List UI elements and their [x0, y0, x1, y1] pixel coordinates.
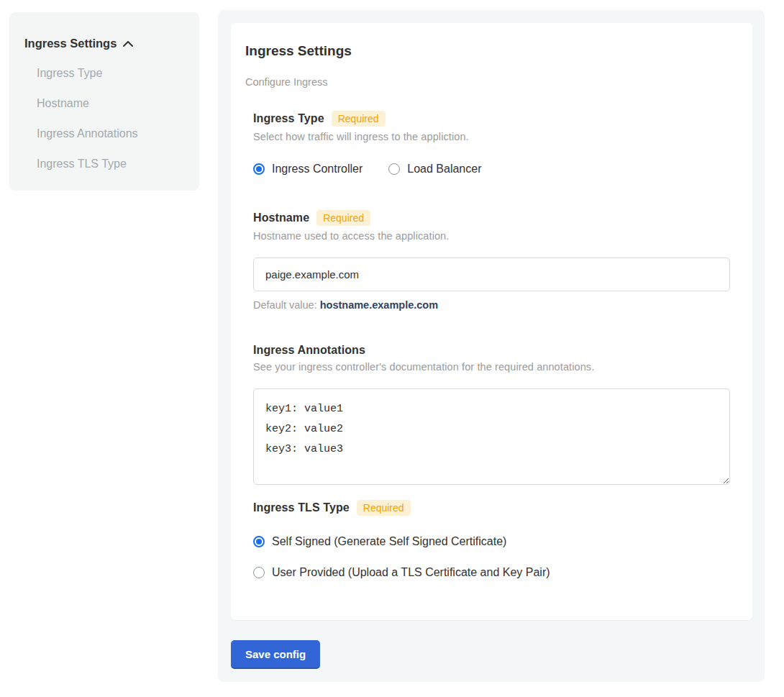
- required-badge: Required: [332, 111, 386, 127]
- ingress-annotations-label: Ingress Annotations: [253, 344, 365, 357]
- sidebar-item-hostname[interactable]: Hostname: [24, 88, 185, 119]
- chevron-up-icon: [122, 40, 134, 48]
- radio-user-provided[interactable]: [253, 567, 265, 578]
- field-ingress-type: Ingress Type Required Select how traffic…: [253, 111, 731, 176]
- radio-option-ingress-controller[interactable]: Ingress Controller: [253, 163, 363, 176]
- field-hostname: Hostname Required Hostname used to acces…: [253, 210, 731, 344]
- ingress-annotations-textarea[interactable]: key1: value1 key2: value2 key3: value3: [253, 388, 730, 485]
- ingress-type-help: Select how traffic will ingress to the a…: [253, 131, 731, 142]
- field-ingress-tls-type: Ingress TLS Type Required Self Signed (G…: [253, 500, 731, 579]
- ingress-settings-card: Ingress Settings Configure Ingress Ingre…: [231, 23, 752, 620]
- radio-label: Ingress Controller: [272, 163, 363, 176]
- radio-label: Self Signed (Generate Self Signed Certif…: [272, 535, 506, 548]
- ingress-type-label: Ingress Type: [253, 112, 324, 125]
- sidebar-item-ingress-annotations[interactable]: Ingress Annotations: [24, 119, 185, 149]
- field-ingress-annotations: Ingress Annotations See your ingress con…: [253, 344, 731, 500]
- radio-load-balancer[interactable]: [388, 163, 400, 175]
- config-nav-sidebar: Ingress Settings Ingress Type Hostname I…: [9, 12, 199, 191]
- hostname-help: Hostname used to access the application.: [253, 230, 731, 242]
- ingress-tls-type-label: Ingress TLS Type: [253, 501, 350, 514]
- radio-label: User Provided (Upload a TLS Certificate …: [272, 566, 550, 579]
- ingress-tls-type-radio-group: Self Signed (Generate Self Signed Certif…: [253, 535, 731, 579]
- radio-ingress-controller[interactable]: [253, 163, 265, 175]
- radio-self-signed[interactable]: [253, 536, 265, 547]
- sidebar-group-title: Ingress Settings: [24, 37, 117, 50]
- radio-option-load-balancer[interactable]: Load Balancer: [388, 163, 481, 176]
- page-title: Ingress Settings: [245, 43, 731, 59]
- required-badge: Required: [357, 500, 411, 516]
- hostname-label: Hostname: [253, 211, 309, 224]
- hostname-input[interactable]: [253, 258, 730, 291]
- default-value-prefix: Default value:: [253, 299, 317, 311]
- page-subtitle: Configure Ingress: [245, 76, 731, 88]
- radio-option-user-provided[interactable]: User Provided (Upload a TLS Certificate …: [253, 566, 731, 579]
- config-panel: Ingress Settings Configure Ingress Ingre…: [218, 10, 765, 682]
- sidebar-item-ingress-type[interactable]: Ingress Type: [24, 58, 185, 88]
- sidebar-item-ingress-tls-type[interactable]: Ingress TLS Type: [24, 149, 185, 179]
- required-badge: Required: [316, 210, 370, 226]
- save-config-button[interactable]: Save config: [231, 640, 320, 669]
- default-value-text: hostname.example.com: [320, 299, 438, 311]
- ingress-type-radio-group: Ingress Controller Load Balancer: [253, 163, 731, 176]
- ingress-annotations-help: See your ingress controller's documentat…: [253, 361, 731, 373]
- radio-option-self-signed[interactable]: Self Signed (Generate Self Signed Certif…: [253, 535, 731, 548]
- hostname-default-line: Default value: hostname.example.com: [253, 299, 731, 311]
- radio-label: Load Balancer: [407, 163, 481, 176]
- sidebar-group-ingress-settings[interactable]: Ingress Settings: [24, 28, 185, 58]
